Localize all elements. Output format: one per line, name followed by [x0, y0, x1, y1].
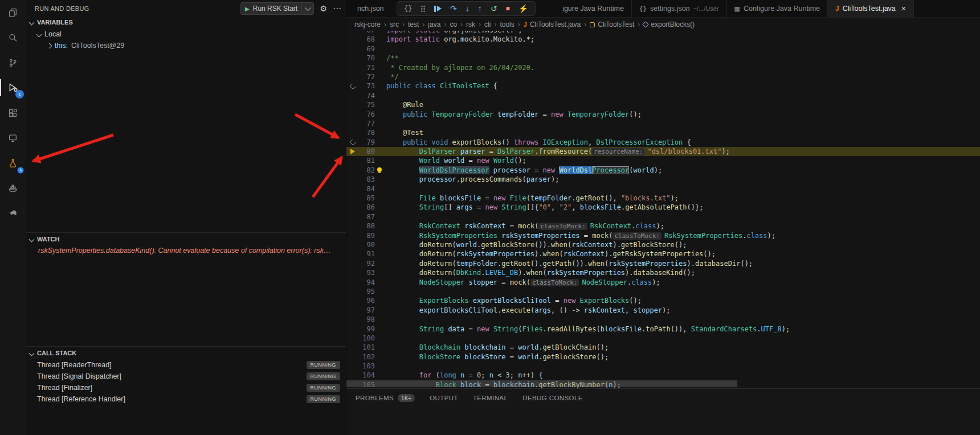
breadcrumb-item[interactable]: co: [450, 20, 457, 28]
gutter[interactable]: 68: [346, 35, 375, 44]
code-line[interactable]: 77: [346, 119, 980, 128]
gutter[interactable]: 99: [346, 325, 375, 334]
start-debug-icon[interactable]: ▶: [245, 6, 250, 12]
settings-gear-icon[interactable]: ⚙: [320, 4, 327, 13]
gutter-glyph-margin[interactable]: [346, 306, 359, 315]
gutter[interactable]: 69: [346, 44, 375, 54]
code-line[interactable]: 90 doReturn(world.getBlockStore()).when(…: [346, 240, 980, 249]
gutter-glyph-margin[interactable]: [346, 128, 359, 137]
gutter[interactable]: 72: [346, 72, 375, 81]
gutter[interactable]: 67: [346, 31, 375, 35]
gutter-glyph-margin[interactable]: [346, 259, 359, 268]
gutter[interactable]: 103: [346, 362, 375, 371]
step-out-icon[interactable]: ↑: [478, 5, 482, 13]
code-area[interactable]: 67import static org.junit.Assert.*;68imp…: [346, 31, 980, 389]
code-line[interactable]: 95: [346, 287, 980, 296]
code-line[interactable]: 85 File blocksFile = new File(tempFolder…: [346, 194, 980, 203]
call-stack-thread[interactable]: Thread [ReaderThread]RUNNING: [26, 359, 346, 371]
search-icon[interactable]: [0, 25, 26, 50]
gutter[interactable]: 98: [346, 315, 375, 324]
gutter[interactable]: 96: [346, 296, 375, 305]
code-line[interactable]: 71 * Created by ajlopez on 26/04/2020.: [346, 63, 980, 72]
code-line[interactable]: 80 DslParser parser = DslParser.fromReso…: [346, 147, 980, 156]
breadcrumb-item[interactable]: rsk: [466, 20, 475, 28]
code-line[interactable]: 86 String[] args = new String[]{"0", "2"…: [346, 203, 980, 212]
code-line[interactable]: 96 ExportBlocks exportBlocksCliTool = ne…: [346, 296, 980, 305]
call-stack-header[interactable]: CALL STACK: [26, 347, 346, 359]
code-line[interactable]: 75 @Rule: [346, 100, 980, 109]
code-line[interactable]: 101 Blockchain blockchain = world.getBlo…: [346, 343, 980, 352]
gutter[interactable]: 76: [346, 110, 375, 119]
lightbulb-icon[interactable]: [377, 167, 382, 172]
tab-nch-json[interactable]: nch.json: [350, 5, 391, 13]
tab-clitoolstest-java[interactable]: JCliToolsTest.java×: [828, 0, 914, 17]
tab-configure-java-runtime[interactable]: ▦Configure Java Runtime: [727, 0, 828, 17]
gutter-glyph-margin[interactable]: [346, 343, 359, 352]
gutter-glyph-margin[interactable]: [346, 362, 359, 371]
horizontal-scrollbar[interactable]: [346, 380, 737, 387]
gutter-glyph-margin[interactable]: [346, 194, 359, 203]
gutter-glyph-margin[interactable]: [346, 44, 359, 54]
gutter-glyph-margin[interactable]: [346, 231, 359, 240]
code-line[interactable]: 82 WorldDslProcessor processor = new Wor…: [346, 166, 980, 175]
gutter-glyph-margin[interactable]: [346, 72, 359, 81]
panel-tab-debug-console[interactable]: DEBUG CONSOLE: [522, 395, 583, 401]
code-line[interactable]: 81 World world = new World();: [346, 156, 980, 165]
variables-scope-local[interactable]: Local: [26, 28, 346, 40]
gutter[interactable]: 71: [346, 63, 375, 72]
code-line[interactable]: 94 NodeStopper stopper = mock(classToMoc…: [346, 278, 980, 287]
code-line[interactable]: 67import static org.junit.Assert.*;: [346, 31, 980, 35]
code-line[interactable]: 76 public TemporaryFolder tempFolder = n…: [346, 110, 980, 119]
code-line[interactable]: 88 RskContext rskContext = mock(classToM…: [346, 221, 980, 231]
gutter[interactable]: 75: [346, 100, 375, 109]
debug-config-dropdown[interactable]: ▶ Run RSK Start: [240, 2, 314, 15]
gutter[interactable]: 73: [346, 81, 375, 91]
gutter[interactable]: 87: [346, 212, 375, 221]
gutter-glyph-margin[interactable]: [346, 287, 359, 296]
watch-expression[interactable]: rskSystemProperties.databaseKind(): Cann…: [26, 247, 346, 255]
call-stack-thread[interactable]: Thread [Finalizer]RUNNING: [26, 382, 346, 393]
gutter[interactable]: 94: [346, 278, 375, 287]
gradle-icon[interactable]: [0, 200, 26, 225]
step-into-icon[interactable]: ↓: [466, 5, 469, 13]
code-line[interactable]: 78 @Test: [346, 128, 980, 137]
gutter[interactable]: 97: [346, 306, 375, 315]
gutter[interactable]: 77: [346, 119, 375, 128]
code-line[interactable]: 87: [346, 212, 980, 221]
gutter[interactable]: 90: [346, 240, 375, 249]
source-control-icon[interactable]: [0, 50, 26, 75]
gutter[interactable]: 104: [346, 371, 375, 380]
gutter[interactable]: 101: [346, 343, 375, 352]
code-line[interactable]: 74: [346, 91, 980, 100]
gutter-glyph-margin[interactable]: [346, 278, 359, 287]
gutter-glyph-margin[interactable]: [346, 334, 359, 343]
gutter-glyph-margin[interactable]: [346, 119, 359, 128]
gutter[interactable]: 95: [346, 287, 375, 296]
gutter-glyph-margin[interactable]: [346, 296, 359, 305]
extensions-icon[interactable]: [0, 100, 26, 125]
gutter[interactable]: 79: [346, 138, 375, 147]
gutter-glyph-margin[interactable]: [346, 147, 359, 156]
gutter[interactable]: 85: [346, 194, 375, 203]
breadcrumb-item[interactable]: test: [408, 20, 419, 28]
gutter-glyph-margin[interactable]: [346, 81, 359, 91]
gutter[interactable]: 83: [346, 175, 375, 184]
chevron-down-icon[interactable]: [305, 5, 311, 11]
tab-igure-java-runtime[interactable]: igure Java Runtime: [555, 0, 632, 17]
code-line[interactable]: 93 doReturn(DbKind.LEVEL_DB).when(rskSys…: [346, 268, 980, 277]
code-line[interactable]: 68import static org.mockito.Mockito.*;: [346, 35, 980, 44]
tab-settings-json[interactable]: {}settings.json~/.../User: [632, 0, 727, 17]
breadcrumb-item[interactable]: java: [428, 20, 440, 28]
gutter-glyph-margin[interactable]: [346, 156, 359, 165]
hot-code-replace-icon[interactable]: ⚡: [518, 5, 528, 13]
code-line[interactable]: 89 RskSystemProperties rskSystemProperti…: [346, 231, 980, 240]
gutter[interactable]: 74: [346, 91, 375, 100]
braces-icon[interactable]: {}: [404, 5, 412, 12]
gutter[interactable]: 70: [346, 54, 375, 63]
variable-this[interactable]: this: CliToolsTest@29: [26, 40, 346, 51]
gutter[interactable]: 92: [346, 259, 375, 268]
gutter[interactable]: 100: [346, 334, 375, 343]
breadcrumb-item[interactable]: rskj-core: [354, 20, 381, 28]
gutter-glyph-margin[interactable]: [346, 35, 359, 44]
breadcrumb-item[interactable]: exportBlocks(): [643, 20, 695, 28]
